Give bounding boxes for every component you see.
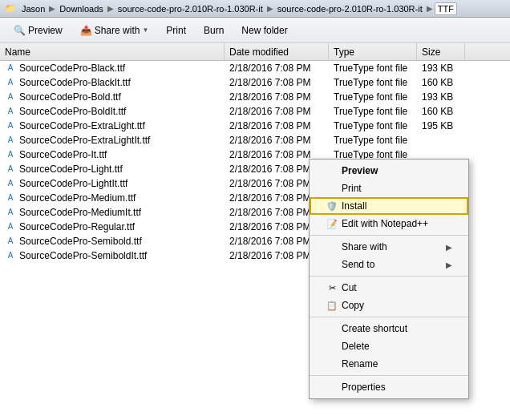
toolbar: 🔍 Preview 📤 Share with ▼ Print Burn New … [0,18,510,43]
file-size-cell: 160 KB [417,75,465,89]
file-font-icon: A [5,135,16,146]
col-name[interactable]: Name [0,43,225,60]
ctx-separator-2 [310,276,468,277]
title-bar: 📁 Jason ▶ Downloads ▶ source-code-pro-2.… [0,0,510,18]
breadcrumb-source2[interactable]: source-code-pro-2.010R-ro-1.030R-it [275,3,425,14]
file-font-icon: A [5,120,16,131]
file-name-cell: A SourceCodePro-BlackIt.ttf [0,75,225,89]
ctx-preview[interactable]: Preview [310,162,468,180]
title-folder-icon: 📁 [5,3,16,14]
breadcrumb-arrow-2: ▶ [107,4,114,13]
file-size-cell: 160 KB [417,104,465,118]
table-row[interactable]: A SourceCodePro-ExtraLightIt.ttf 2/18/20… [0,133,510,147]
file-font-icon: A [5,164,16,175]
breadcrumb-arrow-4: ▶ [427,4,433,13]
file-size-cell: 195 KB [417,119,465,132]
file-type-cell: TrueType font file [329,104,417,118]
ctx-sendto-arrow: ▶ [446,260,452,269]
file-font-icon: A [5,207,16,218]
file-type-cell: TrueType font file [329,90,417,103]
file-font-icon: A [5,91,16,103]
table-row[interactable]: A SourceCodePro-ExtraLight.ttf 2/18/2016… [0,119,510,133]
context-menu: Preview Print 🛡️ Install 📝 Edit with Not… [309,159,469,399]
file-font-icon: A [5,77,16,88]
breadcrumb-source1[interactable]: source-code-pro-2.010R-ro-1.030R-it [115,3,265,14]
file-date-cell: 2/18/2016 7:08 PM [225,133,329,147]
file-font-icon: A [5,236,16,247]
file-font-icon: A [5,149,16,160]
table-row[interactable]: A SourceCodePro-Bold.ttf 2/18/2016 7:08 … [0,90,510,104]
ctx-install-icon: 🛡️ [326,201,338,212]
file-name-cell: A SourceCodePro-Light.ttf [0,162,225,176]
file-font-icon: A [5,63,16,74]
ctx-properties[interactable]: Properties [310,378,468,396]
file-font-icon: A [5,106,16,117]
preview-icon: 🔍 [14,25,26,36]
breadcrumb-downloads[interactable]: Downloads [57,3,105,14]
file-name-cell: A SourceCodePro-Medium.ttf [0,191,225,204]
share-dropdown-arrow: ▼ [142,26,148,34]
breadcrumb-jason[interactable]: Jason [19,3,47,14]
file-type-cell: TrueType font file [329,61,417,75]
file-date-cell: 2/18/2016 7:08 PM [225,61,329,75]
file-size-cell: 193 KB [417,90,465,103]
file-name-cell: A SourceCodePro-MediumIt.ttf [0,205,225,219]
ctx-delete[interactable]: Delete [310,337,468,355]
ctx-separator-4 [310,375,468,376]
file-date-cell: 2/18/2016 7:08 PM [225,104,329,118]
file-type-cell: TrueType font file [329,75,417,89]
share-icon: 📤 [80,25,92,36]
ctx-separator-3 [310,317,468,317]
file-name-cell: A SourceCodePro-BoldIt.ttf [0,104,225,118]
file-font-icon: A [5,250,16,261]
table-row[interactable]: A SourceCodePro-BoldIt.ttf 2/18/2016 7:0… [0,104,510,119]
ctx-edit-notepad[interactable]: 📝 Edit with Notepad++ [310,215,468,232]
ctx-copy[interactable]: 📋 Copy [310,297,468,314]
share-with-button[interactable]: 📤 Share with ▼ [73,22,156,39]
ctx-print[interactable]: Print [310,180,468,197]
ctx-cut-icon: ✂ [326,283,338,293]
col-date[interactable]: Date modified [225,43,329,60]
column-headers: Name Date modified Type Size [0,43,510,61]
breadcrumb-ttf[interactable]: TTF [435,2,457,15]
file-size-cell: 193 KB [417,61,465,75]
ctx-install[interactable]: 🛡️ Install [310,197,468,215]
table-row[interactable]: A SourceCodePro-Black.ttf 2/18/2016 7:08… [0,61,510,75]
ctx-rename[interactable]: Rename [310,355,468,373]
col-size[interactable]: Size [417,43,465,60]
file-date-cell: 2/18/2016 7:08 PM [225,119,329,132]
ctx-cut[interactable]: ✂ Cut [310,279,468,297]
file-font-icon: A [5,221,16,232]
file-name-cell: A SourceCodePro-Regular.ttf [0,220,225,233]
file-name-cell: A SourceCodePro-LightIt.ttf [0,176,225,190]
ctx-notepad-icon: 📝 [326,219,338,229]
file-font-icon: A [5,192,16,204]
file-type-cell: TrueType font file [329,119,417,132]
file-name-cell: A SourceCodePro-It.ttf [0,147,225,161]
table-row[interactable]: A SourceCodePro-BlackIt.ttf 2/18/2016 7:… [0,75,510,90]
file-name-cell: A SourceCodePro-ExtraLightIt.ttf [0,133,225,147]
print-button[interactable]: Print [159,22,193,39]
new-folder-button[interactable]: New folder [234,22,294,39]
col-type[interactable]: Type [329,43,417,60]
file-name-cell: A SourceCodePro-Black.ttf [0,61,225,75]
file-name-cell: A SourceCodePro-Bold.ttf [0,90,225,103]
file-size-cell [417,133,465,147]
file-date-cell: 2/18/2016 7:08 PM [225,75,329,89]
breadcrumb-arrow-3: ▶ [267,4,273,13]
ctx-create-shortcut[interactable]: Create shortcut [310,320,468,337]
burn-button[interactable]: Burn [196,22,231,39]
file-font-icon: A [5,178,16,189]
ctx-share-arrow: ▶ [446,243,452,252]
ctx-send-to[interactable]: Send to ▶ [310,256,468,273]
file-name-cell: A SourceCodePro-SemiboldIt.ttf [0,248,225,262]
file-date-cell: 2/18/2016 7:08 PM [225,90,329,103]
file-name-cell: A SourceCodePro-Semibold.ttf [0,234,225,248]
ctx-share-with[interactable]: Share with ▶ [310,238,468,256]
ctx-separator-1 [310,235,468,236]
file-name-cell: A SourceCodePro-ExtraLight.ttf [0,119,225,132]
file-type-cell: TrueType font file [329,133,417,147]
ctx-copy-icon: 📋 [326,301,338,311]
breadcrumb-arrow-1: ▶ [49,4,55,13]
preview-button[interactable]: 🔍 Preview [6,22,70,39]
